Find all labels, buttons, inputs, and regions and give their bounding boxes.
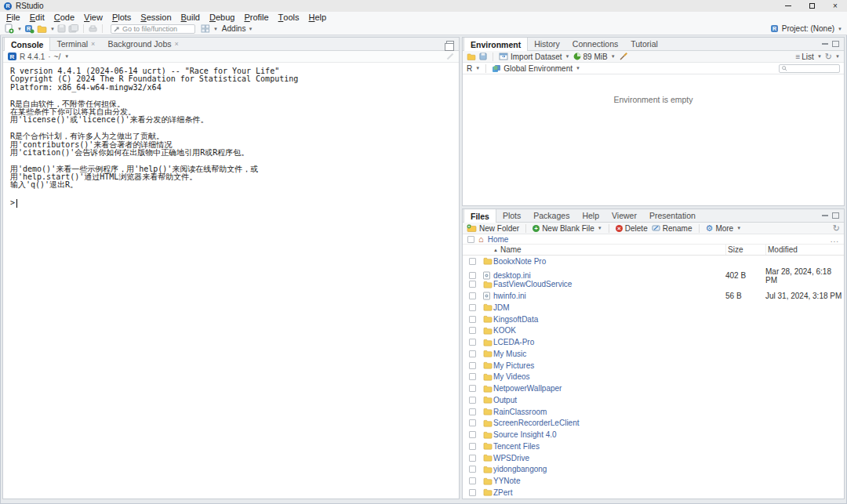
tab-background-jobs[interactable]: Background Jobs× [101, 38, 184, 50]
folder-link[interactable]: YYNote [493, 477, 725, 485]
global-environment-selector[interactable]: Global Environment ▼ [492, 64, 580, 73]
modified-column-header[interactable]: Modified [765, 245, 844, 255]
file-checkbox[interactable] [469, 316, 476, 323]
tab-plots[interactable]: Plots [496, 209, 527, 222]
tab-environment[interactable]: Environment [463, 38, 528, 51]
goto-file-function-input[interactable] [122, 25, 191, 33]
open-file-button[interactable] [37, 24, 47, 34]
save-all-button[interactable] [68, 24, 78, 34]
delete-button[interactable]: × Delete [616, 224, 648, 233]
new-project-button[interactable]: R [24, 24, 35, 34]
open-file-dropdown[interactable]: ▼ [50, 27, 55, 31]
minimize-pane-icon[interactable] [822, 215, 828, 216]
folder-link[interactable]: KOOK [493, 326, 725, 335]
close-button[interactable]: × [823, 0, 847, 12]
folder-link[interactable]: My Videos [493, 372, 725, 381]
menu-edit[interactable]: Edit [25, 12, 49, 23]
print-button[interactable] [89, 24, 97, 34]
menu-build[interactable]: Build [176, 12, 205, 23]
file-checkbox[interactable] [469, 385, 476, 392]
tab-help[interactable]: Help [576, 209, 605, 222]
folder-link[interactable]: BookxNote Pro [493, 257, 725, 266]
file-checkbox[interactable] [469, 281, 476, 288]
env-language-selector[interactable]: R ▼ [467, 64, 480, 73]
breadcrumb-home-link[interactable]: Home [488, 235, 509, 244]
project-menu-button[interactable]: R Project: (None) ▼ [770, 24, 842, 33]
addins-button[interactable]: Addins ▼ [220, 24, 255, 33]
folder-link[interactable]: RainClassroom [493, 408, 725, 416]
new-folder-button[interactable]: New Folder [467, 224, 519, 233]
rename-button[interactable]: Rename [652, 224, 693, 233]
menu-code[interactable]: Code [49, 12, 79, 23]
folder-link[interactable]: LCEDA-Pro [493, 338, 725, 346]
minimize-button[interactable] [776, 0, 800, 12]
pane-layout-dropdown[interactable]: ▼ [213, 27, 218, 31]
env-view-mode-button[interactable]: ≡ List ▼ [795, 53, 821, 61]
folder-link[interactable]: KingsoftData [493, 315, 725, 324]
file-checkbox[interactable] [469, 466, 476, 473]
folder-link[interactable]: ScreenRecorderLeClient [493, 419, 725, 427]
folder-link[interactable]: My Music [493, 350, 725, 358]
close-tab-icon[interactable]: × [91, 40, 95, 48]
file-checkbox[interactable] [469, 304, 476, 311]
maximize-button[interactable] [800, 0, 823, 12]
console-prompt[interactable]: > [10, 198, 459, 208]
folder-link[interactable]: NetpowerWallpaper [493, 384, 725, 393]
save-workspace-button[interactable] [479, 52, 487, 62]
file-checkbox[interactable] [469, 419, 476, 426]
clear-objects-button[interactable] [619, 52, 628, 62]
file-checkbox[interactable] [469, 272, 476, 279]
file-checkbox[interactable] [469, 455, 476, 462]
import-dataset-button[interactable]: Import Dataset ▼ [499, 53, 570, 61]
file-checkbox[interactable] [469, 373, 476, 380]
tab-files[interactable]: Files [463, 209, 496, 223]
folder-link[interactable]: ZPert [493, 488, 725, 497]
folder-link[interactable]: My Pictures [493, 361, 725, 370]
tab-history[interactable]: History [528, 38, 566, 50]
menu-debug[interactable]: Debug [205, 12, 239, 23]
tab-presentation[interactable]: Presentation [643, 209, 702, 222]
folder-link[interactable]: Output [493, 396, 725, 404]
menu-view[interactable]: View [79, 12, 107, 23]
maximize-pane-icon[interactable] [832, 212, 839, 219]
new-file-button[interactable] [5, 24, 14, 34]
file-checkbox[interactable] [469, 327, 476, 334]
tab-tutorial[interactable]: Tutorial [624, 38, 664, 50]
close-tab-icon[interactable]: × [175, 40, 179, 48]
tab-connections[interactable]: Connections [566, 38, 624, 50]
minimize-pane-icon[interactable] [822, 43, 828, 45]
load-workspace-button[interactable] [467, 52, 476, 62]
tab-packages[interactable]: Packages [527, 209, 576, 222]
menu-profile[interactable]: Profile [239, 12, 273, 23]
file-link[interactable]: desktop.ini [493, 271, 725, 280]
pane-layout-button[interactable] [201, 24, 210, 34]
sort-by-name-header[interactable]: ▲ Name [493, 245, 725, 254]
file-checkbox[interactable] [469, 292, 476, 299]
menu-help[interactable]: Help [304, 12, 332, 23]
console-dir-dropdown-icon[interactable]: ▼ [64, 54, 69, 59]
file-checkbox[interactable] [469, 477, 476, 484]
file-checkbox[interactable] [469, 443, 476, 450]
menu-file[interactable]: File [2, 12, 25, 23]
console-output[interactable]: R version 4.4.1 (2024-06-14 ucrt) -- "Ra… [3, 63, 459, 499]
file-checkbox[interactable] [469, 350, 476, 357]
file-checkbox[interactable] [469, 408, 476, 415]
folder-link[interactable]: yidongbangong [493, 465, 725, 473]
new-blank-file-button[interactable]: + New Blank File ▼ [533, 224, 602, 233]
select-all-checkbox[interactable] [467, 236, 474, 243]
tab-console[interactable]: Console [4, 38, 50, 51]
folder-link[interactable]: WPSDrive [493, 454, 725, 462]
folder-link[interactable]: JDM [493, 303, 725, 312]
folder-link[interactable]: Source Insight 4.0 [493, 430, 725, 439]
file-link[interactable]: hwinfo.ini [493, 292, 725, 300]
maximize-pane-icon[interactable] [832, 41, 839, 47]
memory-usage-button[interactable]: 89 MiB ▼ [573, 53, 616, 61]
file-checkbox[interactable] [469, 362, 476, 369]
more-button[interactable]: ⚙ More ▼ [706, 224, 742, 233]
environment-search-input[interactable] [789, 64, 836, 72]
save-button[interactable] [57, 24, 66, 34]
breadcrumb-ellipsis[interactable]: ... [831, 235, 839, 244]
new-file-dropdown[interactable]: ▼ [17, 27, 22, 31]
file-checkbox[interactable] [469, 489, 476, 496]
file-checkbox[interactable] [469, 258, 476, 265]
